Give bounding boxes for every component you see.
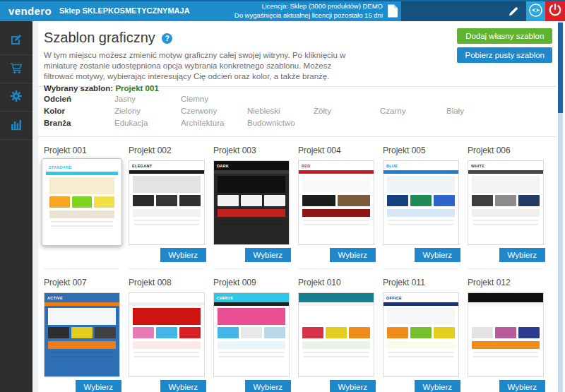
sidebar-item-edit[interactable] xyxy=(0,27,32,55)
template-preview-mock xyxy=(129,293,204,376)
template-row-1: Projekt 001 STANDARD Projekt 002 ELEGANT xyxy=(38,145,557,269)
mock-header: DARK xyxy=(214,161,289,170)
template-thumbnail[interactable]: BLUE xyxy=(383,160,459,245)
template-card: Projekt 003 DARK Wybierz xyxy=(213,145,298,269)
template-card: Projekt 012 Wybierz xyxy=(468,278,552,392)
mock-products-row xyxy=(129,195,204,206)
mock-nav-bar xyxy=(44,302,119,306)
page-header: Szablon graficzny ? W tym miejscu możesz… xyxy=(38,21,557,86)
license-document-icon xyxy=(387,4,398,21)
template-button-row xyxy=(44,248,129,265)
mock-hero-block xyxy=(218,176,285,193)
mock-products-row xyxy=(468,195,543,206)
mock-header: BLUE xyxy=(383,161,458,170)
filter-option[interactable]: Budownictwo xyxy=(247,117,314,129)
mock-nav-bar xyxy=(129,170,204,174)
select-template-button[interactable]: Wybierz xyxy=(415,380,460,392)
mock-hero-block xyxy=(48,308,116,325)
select-template-button[interactable]: Wybierz xyxy=(76,380,121,392)
mock-extra-block xyxy=(133,341,201,349)
template-thumbnail[interactable] xyxy=(468,292,544,377)
help-icon[interactable]: ? xyxy=(162,33,172,44)
select-template-button[interactable]: Wybierz xyxy=(245,248,291,262)
template-thumbnail[interactable]: WHITE xyxy=(468,160,544,245)
page-description: W tym miejscu możesz zmienić motyw grafi… xyxy=(44,50,352,82)
filter-option[interactable]: Ciemny xyxy=(181,93,247,105)
template-preview-mock: STANDARD xyxy=(46,162,118,242)
mock-nav-bar xyxy=(299,170,374,174)
scrollbar-track[interactable] xyxy=(558,21,563,392)
filter-row: KolorZielonyCzerwonyNiebieskiŻółtyCzarny… xyxy=(44,105,551,117)
edit-pencil-icon[interactable] xyxy=(508,6,521,18)
filter-option[interactable]: Zielony xyxy=(114,105,181,117)
mock-text-lines xyxy=(214,352,289,357)
mock-extra-block xyxy=(472,209,540,217)
mock-logo-text: ACTIVE xyxy=(47,296,63,300)
mock-header: ELEGANT xyxy=(129,161,204,170)
template-card: Projekt 011 OFFICE Wybierz xyxy=(383,278,468,392)
mock-logo-text: OFFICE xyxy=(386,296,402,300)
eye-icon xyxy=(528,3,543,20)
template-thumbnail[interactable] xyxy=(129,292,205,377)
select-template-button[interactable]: Wybierz xyxy=(245,380,291,392)
mock-nav-bar xyxy=(214,170,289,174)
template-thumbnail[interactable]: RED xyxy=(298,160,374,245)
mock-nav-bar xyxy=(214,302,289,306)
selected-template-line: Wybrany szablon: Projekt 001 xyxy=(44,84,551,93)
template-thumbnail[interactable]: CIRRUS xyxy=(213,292,290,377)
mock-text-lines xyxy=(299,352,374,357)
template-thumbnail[interactable]: ELEGANT xyxy=(129,160,205,245)
sidebar-item-settings[interactable] xyxy=(0,83,32,112)
add-own-template-button[interactable]: Dodaj własny szablon xyxy=(457,28,552,44)
mock-products-row xyxy=(129,327,204,338)
template-name: Projekt 001 xyxy=(44,145,129,157)
filter-option[interactable]: Czerwony xyxy=(181,105,247,117)
template-thumbnail[interactable]: STANDARD xyxy=(42,158,122,246)
template-preview-mock: ELEGANT xyxy=(129,161,204,244)
template-button-row: Wybierz xyxy=(129,248,213,265)
select-template-button[interactable]: Wybierz xyxy=(330,248,376,262)
mock-hero-block xyxy=(302,176,370,193)
select-template-button[interactable]: Wybierz xyxy=(160,380,206,392)
select-template-button[interactable]: Wybierz xyxy=(499,248,545,262)
select-template-button[interactable]: Wybierz xyxy=(160,248,206,262)
preview-shop-button[interactable] xyxy=(526,1,545,21)
mock-extra-block xyxy=(387,341,455,349)
mock-logo-text: WHITE xyxy=(471,164,484,168)
mock-extra-block xyxy=(48,341,116,349)
mock-hero-block xyxy=(133,176,201,193)
logout-button[interactable] xyxy=(545,1,565,21)
mock-extra-block xyxy=(49,210,114,218)
filter-option[interactable]: Architektura xyxy=(181,117,247,129)
template-thumbnail[interactable]: OFFICE xyxy=(383,292,459,377)
filter-option[interactable]: Biały xyxy=(446,105,513,117)
filter-option[interactable]: Edukacja xyxy=(114,117,181,129)
scrollbar-thumb[interactable] xyxy=(558,23,563,113)
mock-hero-block xyxy=(133,308,201,325)
mock-products-row xyxy=(383,327,458,338)
template-button-row: Wybierz xyxy=(468,380,552,392)
mock-header: ACTIVE xyxy=(44,293,119,302)
template-thumbnail[interactable] xyxy=(298,292,374,377)
template-card: Projekt 004 RED Wybierz xyxy=(298,145,383,269)
gear-icon xyxy=(10,90,23,105)
mock-logo-text: CIRRUS xyxy=(217,296,233,300)
sidebar-item-orders[interactable] xyxy=(0,55,32,83)
download-empty-template-button[interactable]: Pobierz pusty szablon xyxy=(457,47,552,63)
select-template-button[interactable]: Wybierz xyxy=(330,380,376,392)
filter-option[interactable]: Żółty xyxy=(314,105,380,117)
sidebar-item-statistics[interactable] xyxy=(0,112,32,140)
mock-products-row xyxy=(44,327,119,338)
edit-icon xyxy=(10,33,23,49)
sidebar xyxy=(0,21,32,392)
filter-group-label: Odcień xyxy=(44,93,114,105)
filter-option[interactable]: Niebieski xyxy=(247,105,314,117)
filter-option[interactable]: Jasny xyxy=(114,93,181,105)
filter-option[interactable]: Czarny xyxy=(380,105,446,117)
template-thumbnail[interactable]: ACTIVE xyxy=(44,292,120,377)
mock-hero-block xyxy=(387,308,455,325)
select-template-button[interactable]: Wybierz xyxy=(415,248,460,262)
template-thumbnail[interactable]: DARK xyxy=(213,160,290,245)
select-template-button[interactable]: Wybierz xyxy=(499,380,545,392)
filter-group-label: Kolor xyxy=(44,105,114,117)
